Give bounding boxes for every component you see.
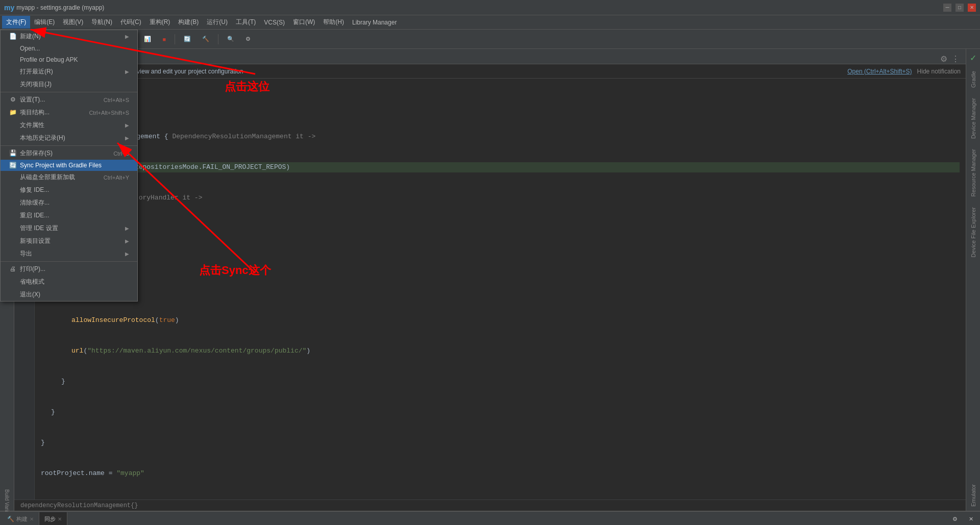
bottom-close-button[interactable]: ✕: [964, 514, 978, 524]
menu-sync-project[interactable]: 🔄Sync Project with Gradle Files: [1, 160, 137, 171]
bottom-tab-build[interactable]: 🔨 构建 ✕: [2, 512, 39, 526]
bottom-tab-bar: 🔨 构建 ✕ 同步 ✕ ⚙ ✕: [0, 512, 980, 525]
menu-navigate[interactable]: 导航(N): [87, 16, 116, 29]
menu-bar: 文件(F) 编辑(E) 视图(V) 导航(N) 代码(C) 重构(R) 构建(B…: [0, 15, 980, 30]
sync-tab-close[interactable]: ✕: [58, 516, 62, 522]
code-line-19: rootProject.name = "myapp": [41, 468, 960, 479]
menu-local-history[interactable]: 本地历史记录(H) ▶: [1, 132, 137, 144]
editor-settings-icon[interactable]: ⚙: [940, 54, 951, 64]
menu-power-save[interactable]: 省电模式: [1, 276, 137, 288]
menu-view[interactable]: 视图(V): [59, 16, 87, 29]
dropdown-sep-3: [1, 261, 137, 262]
maximize-button[interactable]: □: [955, 4, 964, 12]
code-line-15: url("https://maven.aliyun.com/nexus/cont…: [41, 346, 960, 356]
hint-text: dependencyResolutionManagement{}: [20, 502, 138, 509]
editor-tab-bar: ⚙ settings.gradle (myapp) ✕ ⚙ ⋮: [14, 49, 966, 64]
bottom-panel: 🔨 构建 ✕ 同步 ✕ ⚙ ✕ ▼ ⚠ myapp: 已完成 在 2022/10…: [0, 511, 980, 525]
menu-exit[interactable]: 退出(X): [1, 288, 137, 301]
dropdown-sep-1: [1, 92, 137, 92]
title-bar-left: my myapp - settings.gradle (myapp): [4, 4, 104, 12]
toolbar: ← app ▼ No Devices ▼ ▶ 🐛 📊 ■ 🔄 🔨 🔍 ⚙: [0, 30, 980, 49]
dropdown-sep-2: [1, 145, 137, 146]
menu-restart-ide[interactable]: 重启 IDE...: [1, 209, 137, 222]
menu-tools[interactable]: 工具(T): [232, 16, 260, 29]
notification-open-link[interactable]: Open (Ctrl+Alt+Shift+S): [847, 68, 912, 75]
code-line-8: dependencyResolutionManagement { Depende…: [41, 132, 960, 142]
file-dropdown-menu: 📄新建(N) ▶ Open... Profile or Debug APK 打开…: [0, 30, 138, 302]
menu-library-manager[interactable]: Library Manager: [348, 17, 401, 28]
editor-area: ⚙ settings.gradle (myapp) ✕ ⚙ ⋮ You can …: [14, 49, 966, 511]
menu-project-structure[interactable]: 📁项目结构... Ctrl+Alt+Shift+S: [1, 106, 137, 119]
build-button[interactable]: 🔨: [198, 34, 214, 44]
menu-manage-ide-settings[interactable]: 管理 IDE 设置 ▶: [1, 222, 137, 235]
menu-refactor[interactable]: 重构(R): [145, 16, 175, 29]
menu-settings[interactable]: ⚙设置(T)... Ctrl+Alt+S: [1, 93, 137, 106]
device-file-explorer-toggle[interactable]: Device File Explorer: [968, 203, 978, 261]
notification-hide-button[interactable]: Hide notification: [917, 68, 961, 75]
hint-bar: dependencyResolutionManagement{}: [14, 499, 966, 511]
toolbar-sep-4: [218, 34, 218, 44]
close-button[interactable]: ✕: [968, 4, 976, 12]
code-line-9: repositoriesMode.set(RepositoriesMode.FA…: [41, 162, 960, 172]
code-line-16: }: [41, 377, 960, 387]
main-area: 📁 🔖 ≡ 🔍 Build Variants ⚙ settings.gradle…: [0, 49, 980, 511]
profile-button[interactable]: 📊: [139, 34, 156, 44]
code-line-11: google(): [41, 223, 960, 234]
sync-tab-label: 同步: [44, 515, 56, 523]
right-sidebar: ✓ Gradle Device Manager Resource Manager…: [966, 49, 980, 511]
menu-print[interactable]: 🖨打印(P)...: [1, 263, 137, 276]
check-icon: ✓: [968, 51, 978, 65]
new-icon: 📄: [9, 33, 17, 40]
menu-edit[interactable]: 编辑(E): [30, 16, 59, 29]
app-logo: my: [4, 4, 14, 12]
menu-export[interactable]: 导出 ▶: [1, 247, 137, 260]
code-line-18: }: [41, 438, 960, 448]
build-variants-icon-btn[interactable]: Build Variants: [1, 498, 13, 511]
settings-toolbar-button[interactable]: ⚙: [241, 34, 255, 44]
bottom-settings-button[interactable]: ⚙: [948, 514, 962, 524]
menu-open[interactable]: Open...: [1, 43, 137, 54]
menu-clear-cache[interactable]: 清除缓存...: [1, 196, 137, 209]
search-button[interactable]: 🔍: [223, 34, 239, 44]
menu-build[interactable]: 构建(B): [174, 16, 203, 29]
menu-save-all[interactable]: 💾全部保存(S) Ctrl+S: [1, 147, 137, 160]
menu-run[interactable]: 运行(U): [203, 16, 232, 29]
resource-manager-panel-toggle[interactable]: Resource Manager: [968, 145, 978, 201]
menu-code[interactable]: 代码(C): [116, 16, 145, 29]
title-bar-controls: ─ □ ✕: [943, 4, 976, 12]
sync-button[interactable]: 🔄: [179, 34, 195, 44]
device-manager-panel-toggle[interactable]: Device Manager: [968, 94, 978, 143]
notification-actions: Open (Ctrl+Alt+Shift+S) Hide notificatio…: [847, 68, 961, 75]
code-line-7: }: [41, 101, 960, 111]
stop-button[interactable]: ■: [158, 34, 170, 44]
toolbar-sep-3: [175, 34, 175, 44]
menu-file-properties[interactable]: 文件属性 ▶: [1, 119, 137, 132]
menu-help[interactable]: 帮助(H): [319, 16, 348, 29]
emulator-toggle[interactable]: Emulator: [968, 480, 978, 511]
menu-repair-ide[interactable]: 修复 IDE...: [1, 184, 137, 196]
gradle-panel-toggle[interactable]: Gradle: [968, 67, 978, 92]
build-tab-label: 构建: [16, 515, 28, 523]
code-editor: 7 8 9 10 11 12 13 14 15 16 17 18 19 } de…: [14, 79, 966, 499]
build-tab-close[interactable]: ✕: [30, 516, 34, 522]
menu-profile-debug-apk[interactable]: Profile or Debug APK: [1, 54, 137, 65]
bottom-tab-controls: ⚙ ✕: [948, 514, 978, 524]
code-line-14: allowInsecureProtocol(true): [41, 315, 960, 326]
menu-vcs[interactable]: VCS(S): [260, 17, 289, 28]
editor-more-icon[interactable]: ⋮: [951, 54, 964, 64]
menu-file[interactable]: 文件(F): [2, 16, 30, 29]
menu-new-project-settings[interactable]: 新项目设置 ▶: [1, 235, 137, 247]
menu-window[interactable]: 窗口(W): [289, 16, 319, 29]
code-line-10: 💡 repositories { RepositoryHandler it ->: [41, 193, 960, 203]
menu-open-recent[interactable]: 打开最近(R) ▶: [1, 65, 137, 78]
bottom-tab-sync[interactable]: 同步 ✕: [39, 512, 67, 526]
minimize-button[interactable]: ─: [943, 4, 951, 12]
menu-close-project[interactable]: 关闭项目(J): [1, 78, 137, 91]
code-line-17: }: [41, 407, 960, 417]
code-content[interactable]: } dependencyResolutionManagement { Depen…: [35, 79, 966, 499]
code-line-13: maven {: [41, 285, 960, 295]
window-title: myapp - settings.gradle (myapp): [16, 4, 104, 11]
menu-reload-from-disk[interactable]: 从磁盘全部重新加载 Ctrl+Alt+Y: [1, 171, 137, 184]
code-line-12: mavenCentral(): [41, 254, 960, 264]
menu-new[interactable]: 📄新建(N) ▶: [1, 30, 137, 43]
